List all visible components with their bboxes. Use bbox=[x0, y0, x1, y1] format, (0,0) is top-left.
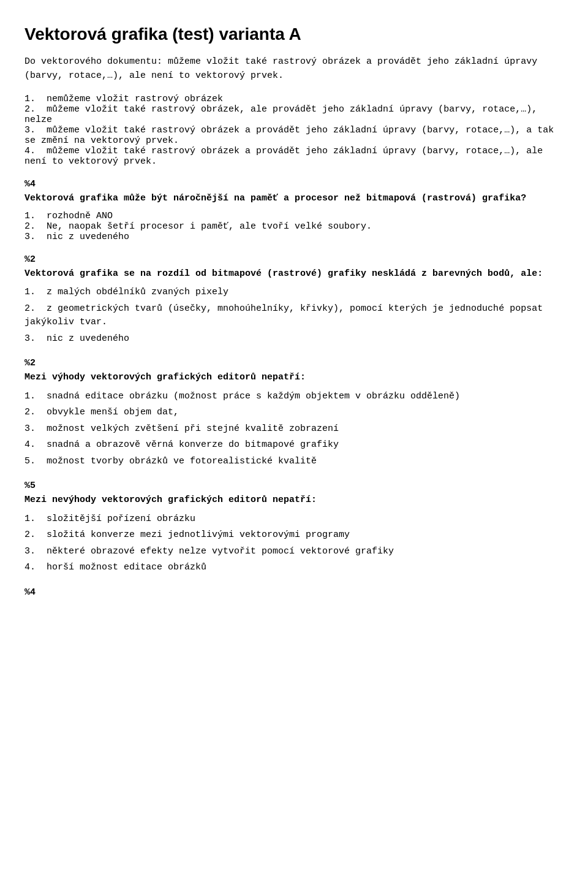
q4-answer-2: 2. Ne, naopak šetří procesor i paměť, al… bbox=[24, 221, 557, 232]
question-block-q4: %4 Vektorová grafika může být náročnější… bbox=[24, 179, 557, 242]
q2b-label: %2 bbox=[24, 358, 557, 368]
q5-answer-3: 3. některé obrazové efekty nelze vytvoři… bbox=[24, 545, 557, 559]
q2a-label: %2 bbox=[24, 254, 557, 265]
answer-item-3: 3. můžeme vložit také rastrový obrázek a… bbox=[24, 125, 557, 146]
q5-answer-4: 4. horší možnost editace obrázků bbox=[24, 561, 557, 575]
q4-answer-1: 1. rozhodně ANO bbox=[24, 211, 557, 221]
q4-question: Vektorová grafika může být náročnější na… bbox=[24, 192, 557, 206]
q4-end-label: %4 bbox=[24, 587, 557, 598]
answer-item-2: 2. můžeme vložit také rastrový obrázek, … bbox=[24, 104, 557, 125]
q4-answer-3: 3. nic z uvedeného bbox=[24, 232, 557, 242]
question-block-q5: %5 Mezi nevýhody vektorových grafických … bbox=[24, 481, 557, 575]
q2a-answers: 1. z malých obdélníků zvaných pixely2. z… bbox=[24, 286, 557, 346]
q2b-answer-2: 2. obvykle menší objem dat, bbox=[24, 406, 557, 420]
q5-answer-1: 1. složitější pořízení obrázku bbox=[24, 512, 557, 527]
q4-label: %4 bbox=[24, 179, 557, 189]
question-block-q2a: %2 Vektorová grafika se na rozdíl od bit… bbox=[24, 254, 557, 346]
page-title: Vektorová grafika (test) varianta A bbox=[24, 25, 557, 44]
q2b-answer-3: 3. možnost velkých zvětšení při stejné k… bbox=[24, 422, 557, 436]
q2b-answer-4: 4. snadná a obrazově věrná konverze do b… bbox=[24, 438, 557, 452]
q2b-answers: 1. snadná editace obrázku (možnost práce… bbox=[24, 390, 557, 469]
q2b-answer-1: 1. snadná editace obrázku (možnost práce… bbox=[24, 390, 557, 404]
answer-item-1: 1. nemůžeme vložit rastrový obrázek bbox=[24, 94, 557, 104]
q2a-answer-2: 2. z geometrických tvarů (úsečky, mnohoú… bbox=[24, 302, 557, 330]
q2b-answer-5: 5. možnost tvorby obrázků ve fotorealist… bbox=[24, 455, 557, 469]
question-block-q2b: %2 Mezi výhody vektorových grafických ed… bbox=[24, 358, 557, 468]
q2a-answer-3: 3. nic z uvedeného bbox=[24, 332, 557, 346]
answer-item-4: 4. můžeme vložit také rastrový obrázek a… bbox=[24, 146, 557, 167]
q5-answer-2: 2. složitá konverze mezi jednotlivými ve… bbox=[24, 528, 557, 542]
q2b-question: Mezi výhody vektorových grafických edito… bbox=[24, 371, 557, 385]
q2a-answer-1: 1. z malých obdélníků zvaných pixely bbox=[24, 286, 557, 300]
q5-label: %5 bbox=[24, 481, 557, 491]
q5-answers: 1. složitější pořízení obrázku2. složitá… bbox=[24, 512, 557, 575]
q5-question: Mezi nevýhody vektorových grafických edi… bbox=[24, 493, 557, 508]
question-block-1: 1. nemůžeme vložit rastrový obrázek 2. m… bbox=[24, 94, 557, 167]
intro-text: Do vektorového dokumentu: můžeme vložit … bbox=[24, 55, 557, 83]
q2a-question: Vektorová grafika se na rozdíl od bitmap… bbox=[24, 267, 557, 281]
